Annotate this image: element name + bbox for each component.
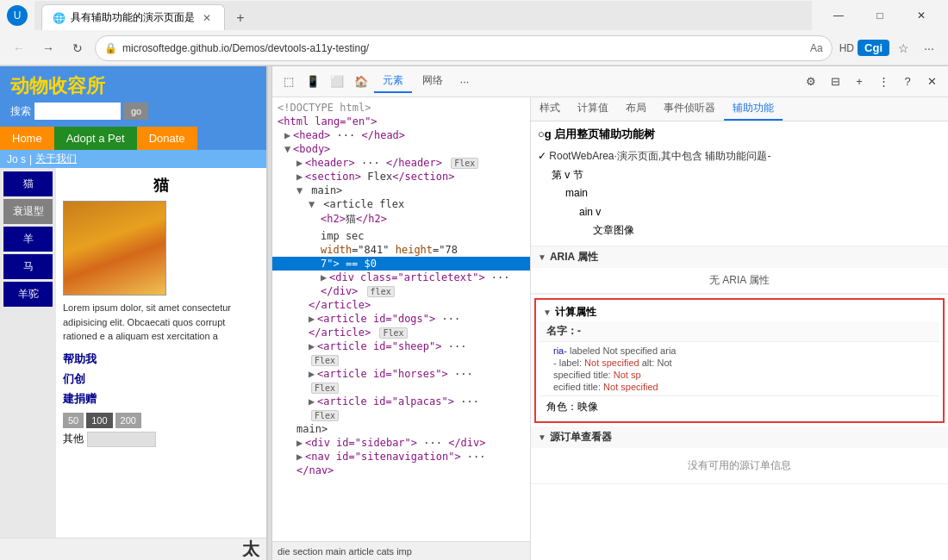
a11y-tree: ✓ RootWebArea·演示页面,其中包含 辅助功能问题- 第 v 节 ma… — [531, 147, 948, 246]
a11y-main[interactable]: main — [538, 184, 941, 203]
tab-computed[interactable]: 计算值 — [569, 97, 617, 121]
device-mode-button[interactable]: 📱 — [302, 71, 324, 93]
a11y-main-label: main — [565, 187, 588, 199]
cgi-button[interactable]: Cgi — [858, 40, 889, 56]
help-text-1: 帮助我 — [63, 352, 97, 365]
dom-article-close[interactable]: </article> — [272, 298, 530, 312]
computed-name-key: 名字：- — [539, 321, 939, 342]
dom-main-close[interactable]: main> — [272, 422, 530, 436]
dom-article-sheep-close[interactable]: Flex — [272, 353, 530, 367]
tab-event-listeners[interactable]: 事件侦听器 — [655, 97, 724, 121]
back-button[interactable]: ← — [7, 36, 31, 60]
nav-bar: ← → ↻ 🔒 microsoftedge.github.io/Demos/de… — [0, 31, 948, 65]
forward-button[interactable]: → — [36, 36, 60, 60]
aria-section: ▼ ARIA 属性 无 ARIA 属性 — [531, 246, 948, 295]
home-icon[interactable]: 🏠 — [350, 71, 372, 93]
dom-div-close[interactable]: </div> flex — [272, 284, 530, 298]
other-donation-input[interactable] — [87, 432, 156, 447]
minimize-button[interactable]: — — [819, 3, 858, 28]
dom-section[interactable]: ▶<section> Flex</section> — [272, 170, 530, 184]
aria-section-header[interactable]: ▼ ARIA 属性 — [531, 246, 948, 268]
sidebar-item-retiring[interactable]: 衰退型 — [3, 199, 53, 224]
tab-layout[interactable]: 布局 — [617, 97, 655, 121]
dom-main[interactable]: ▼ main> — [272, 184, 530, 197]
tab-styles[interactable]: 样式 — [531, 97, 569, 121]
subnav-about-link[interactable]: 关于我们 — [35, 152, 77, 166]
role-label: 角色：映像 — [546, 401, 598, 413]
subnav-user: Jo s — [7, 153, 26, 165]
a11y-root-expand: ✓ — [538, 150, 549, 162]
dom-article-alpacas-close[interactable]: Flex — [272, 408, 530, 422]
donate-50-button[interactable]: 50 — [63, 413, 84, 428]
dom-article-alpacas[interactable]: ▶<article id="alpacas"> ··· — [272, 395, 530, 408]
sidebar-item-cats[interactable]: 猫 — [3, 171, 53, 196]
sidebar-item-sheep[interactable]: 羊 — [3, 227, 53, 252]
a11y-article[interactable]: ain v — [538, 203, 941, 222]
dom-article-dogs[interactable]: ▶<article id="dogs"> ··· — [272, 312, 530, 326]
source-order-title: 源订单查看器 — [550, 430, 612, 445]
tab-elements[interactable]: 元素 — [374, 70, 412, 93]
tab-close-button[interactable]: ✕ — [200, 11, 214, 25]
a11y-image[interactable]: 文章图像 — [538, 221, 941, 240]
active-tab[interactable]: 🌐 具有辅助功能的演示页面是 ✕ — [41, 4, 225, 30]
a11y-tree-title: ○g 启用整页辅助功能树 — [531, 121, 948, 147]
computed-section-header[interactable]: ▼ 计算属性 — [539, 303, 939, 321]
dom-sidebar[interactable]: ▶<div id="sidebar"> ··· </div> — [272, 436, 530, 450]
maximize-button[interactable]: □ — [860, 3, 900, 28]
inspect-element-button[interactable]: ⬚ — [278, 71, 300, 93]
dom-body[interactable]: ▼<body> — [272, 142, 530, 156]
toggle-sidebar-button[interactable]: ⊟ — [824, 71, 846, 93]
dom-img-selected[interactable]: 7"> == $0 — [272, 257, 530, 271]
search-input[interactable] — [34, 103, 121, 120]
address-bar[interactable]: 🔒 microsoftedge.github.io/Demos/devtools… — [95, 35, 833, 61]
new-tab-button[interactable]: + — [228, 6, 253, 30]
nav-donate[interactable]: Donate — [137, 127, 197, 150]
dom-nav-close[interactable]: </nav> — [272, 464, 530, 477]
dom-article-horses-close[interactable]: Flex — [272, 381, 530, 395]
favorites-icon[interactable]: ☆ — [891, 36, 915, 60]
sidebar-item-horses[interactable]: 马 — [3, 254, 53, 279]
elements-panel-icon[interactable]: ⬜ — [326, 71, 348, 93]
site-title-part2: 收容所 — [48, 75, 105, 96]
help-button[interactable]: ? — [896, 71, 919, 93]
dom-article-dogs-close[interactable]: </article> Flex — [272, 326, 530, 339]
tab-title: 具有辅助功能的演示页面是 — [71, 10, 195, 25]
dom-article-horses[interactable]: ▶<article id="horses"> ··· — [272, 367, 530, 381]
a11y-root[interactable]: ✓ RootWebArea·演示页面,其中包含 辅助功能问题- — [538, 147, 941, 166]
nav-home[interactable]: Home — [0, 127, 54, 150]
dom-article-cats[interactable]: ▼ <article flex — [272, 197, 530, 211]
dom-head[interactable]: ▶<head> ··· </head> — [272, 128, 530, 142]
browser-chrome: U 🌐 具有辅助功能的演示页面是 ✕ + — □ ✕ ← → ↻ 🔒 micro… — [0, 0, 948, 66]
dom-img-attrs3[interactable]: width="841" height="78 — [272, 243, 530, 257]
more-options-button[interactable]: ⋮ — [872, 71, 895, 93]
more-tabs-button[interactable]: ··· — [453, 71, 476, 93]
donate-200-button[interactable]: 200 — [115, 413, 141, 428]
user-avatar[interactable]: U — [7, 5, 28, 26]
tab-accessibility[interactable]: 辅助功能 — [724, 97, 783, 121]
a11y-section[interactable]: 第 v 节 — [538, 166, 941, 185]
add-button[interactable]: + — [848, 71, 870, 93]
dom-article-sheep[interactable]: ▶<article id="sheep"> ··· — [272, 339, 530, 353]
dom-doctype[interactable]: <!DOCTYPE html> — [272, 101, 530, 115]
cat-image-placeholder — [64, 202, 165, 295]
dom-nav[interactable]: ▶<nav id="sitenavigation"> ··· — [272, 450, 530, 464]
close-button[interactable]: ✕ — [901, 3, 941, 28]
tab-network[interactable]: 网络 — [414, 70, 452, 93]
dom-div-articletext[interactable]: ▶<div class="articletext"> ··· — [272, 271, 530, 284]
close-devtools-button[interactable]: ✕ — [920, 71, 943, 93]
more-tools-icon[interactable]: ··· — [917, 36, 941, 60]
computed-val-1: ria- labeled Not specified aria — [553, 345, 926, 357]
sidebar-item-alpacas[interactable]: 羊驼 — [3, 282, 53, 307]
dom-html[interactable]: <html lang="en"> — [272, 115, 530, 128]
dom-h2[interactable]: <h2>猫</h2> — [272, 211, 530, 227]
search-go-button[interactable]: go — [124, 103, 148, 120]
dom-header[interactable]: ▶<header> ··· </header> Flex — [272, 156, 530, 170]
a11y-image-label: 文章图像 — [593, 224, 634, 236]
dom-img-attrs2[interactable]: imp sec — [272, 229, 530, 243]
site-title: 动物收容所 — [10, 73, 256, 99]
donate-100-button[interactable]: 100 — [86, 413, 112, 428]
nav-adopt[interactable]: Adopt a Pet — [54, 127, 137, 150]
source-order-header[interactable]: ▼ 源订单查看器 — [531, 426, 948, 448]
settings-button[interactable]: ⚙ — [800, 71, 822, 93]
refresh-button[interactable]: ↻ — [65, 36, 90, 60]
